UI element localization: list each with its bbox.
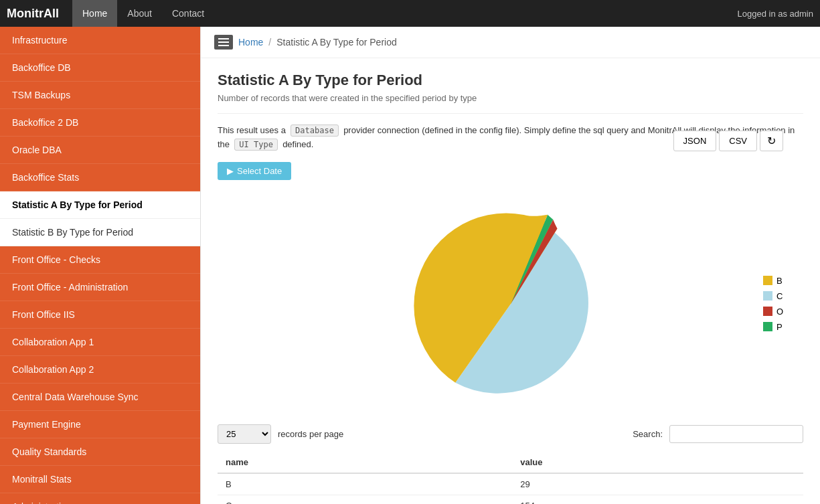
sidebar-item-administration[interactable]: Administration xyxy=(0,493,200,504)
legend-color-p xyxy=(763,322,772,331)
json-button[interactable]: JSON xyxy=(673,131,717,151)
chart-area: B C O P xyxy=(218,200,803,408)
provider-tag: Database xyxy=(291,124,339,137)
breadcrumb-separator: / xyxy=(268,37,271,48)
records-label: records per page xyxy=(278,429,343,439)
top-nav: MonitrAll Home About Contact Logged in a… xyxy=(0,0,820,27)
content-area: JSON CSV ↻ Statistic A By Type for Perio… xyxy=(201,58,820,504)
sidebar: Infrastructure Backoffice DB TSM Backups… xyxy=(0,27,201,504)
brand-logo: MonitrAll xyxy=(7,7,59,21)
legend-label-o: O xyxy=(776,307,783,317)
nav-about[interactable]: About xyxy=(117,0,162,27)
nav-links: Home About Contact xyxy=(72,0,214,27)
sidebar-item-frontoffice-checks[interactable]: Front Office - Checks xyxy=(0,246,200,274)
nav-contact[interactable]: Contact xyxy=(162,0,214,27)
sidebar-item-statistic-b[interactable]: Statistic B By Type for Period xyxy=(0,219,200,246)
legend-item-p: P xyxy=(763,322,783,332)
sidebar-item-infrastructure[interactable]: Infrastructure xyxy=(0,27,200,54)
divider-1 xyxy=(218,113,803,114)
cell-value-c: 154 xyxy=(512,495,803,504)
nav-home[interactable]: Home xyxy=(72,0,117,27)
select-date-button[interactable]: ▶ Select Date xyxy=(218,162,291,180)
table-row: C 154 xyxy=(218,495,803,504)
pie-chart xyxy=(407,200,614,408)
sidebar-item-central-data[interactable]: Central Data Warehouse Sync xyxy=(0,384,200,411)
data-table: name value B 29 C 154 xyxy=(218,452,803,504)
search-label: Search: xyxy=(633,429,663,439)
sidebar-item-collab-app2[interactable]: Collaboration App 2 xyxy=(0,356,200,384)
cell-name-b: B xyxy=(218,473,512,495)
sidebar-item-frontoffice-iis[interactable]: Front Office IIS xyxy=(0,301,200,329)
info-text-before: This result uses a xyxy=(218,125,286,135)
legend-item-o: O xyxy=(763,307,783,317)
refresh-button[interactable]: ↻ xyxy=(760,131,783,151)
breadcrumb-bar: Home / Statistic A By Type for Period xyxy=(201,27,820,58)
main-layout: Infrastructure Backoffice DB TSM Backups… xyxy=(0,27,820,504)
records-per-page-select[interactable]: 10 25 50 100 xyxy=(218,424,271,444)
table-header-row: name value xyxy=(218,452,803,473)
sidebar-item-frontoffice-admin[interactable]: Front Office - Administration xyxy=(0,274,200,301)
sidebar-item-backoffice-stats[interactable]: Backoffice Stats xyxy=(0,164,200,191)
legend-item-c: C xyxy=(763,291,783,301)
sidebar-item-backoffice2-db[interactable]: Backoffice 2 DB xyxy=(0,109,200,137)
sidebar-item-quality-standards[interactable]: Quality Standards xyxy=(0,438,200,466)
content-wrapper: JSON CSV ↻ Statistic A By Type for Perio… xyxy=(218,72,803,504)
legend-label-p: P xyxy=(776,322,783,332)
col-header-value: value xyxy=(512,452,803,473)
sidebar-item-oracle-dba[interactable]: Oracle DBA xyxy=(0,137,200,164)
page-subtitle: Number of records that were created in t… xyxy=(218,93,803,103)
legend-label-c: C xyxy=(776,291,783,301)
info-text-after: defined. xyxy=(282,139,313,149)
cell-name-c: C xyxy=(218,495,512,504)
select-date-label: Select Date xyxy=(237,166,282,176)
breadcrumb-home[interactable]: Home xyxy=(238,37,263,48)
legend-color-b xyxy=(763,276,772,285)
legend-label-b: B xyxy=(776,276,783,286)
main-content: Home / Statistic A By Type for Period JS… xyxy=(201,27,820,504)
sidebar-item-payment-engine[interactable]: Payment Engine xyxy=(0,411,200,438)
col-header-name: name xyxy=(218,452,512,473)
page-title: Statistic A By Type for Period xyxy=(218,72,803,89)
chart-legend: B C O P xyxy=(763,276,783,332)
csv-button[interactable]: CSV xyxy=(719,131,757,151)
cell-value-b: 29 xyxy=(512,473,803,495)
table-row: B 29 xyxy=(218,473,803,495)
sidebar-item-statistic-a[interactable]: Statistic A By Type for Period xyxy=(0,191,200,219)
table-controls: 10 25 50 100 records per page Search: xyxy=(218,424,803,444)
ui-type-tag: UI Type xyxy=(234,139,278,151)
legend-item-b: B xyxy=(763,276,783,286)
sidebar-item-monitrall-stats[interactable]: Monitrall Stats xyxy=(0,466,200,493)
sidebar-item-backoffice-db[interactable]: Backoffice DB xyxy=(0,54,200,82)
pie-svg xyxy=(407,200,614,408)
sidebar-item-collab-app1[interactable]: Collaboration App 1 xyxy=(0,329,200,356)
menu-icon[interactable] xyxy=(214,35,233,50)
play-icon: ▶ xyxy=(227,166,234,176)
table-body: B 29 C 154 O 2 P 1 xyxy=(218,473,803,504)
legend-color-c xyxy=(763,291,772,301)
action-buttons: JSON CSV ↻ xyxy=(673,131,783,151)
logged-in-label: Logged in as admin xyxy=(738,9,813,19)
search-input[interactable] xyxy=(669,425,803,443)
legend-color-o xyxy=(763,307,772,316)
sidebar-item-tsm-backups[interactable]: TSM Backups xyxy=(0,82,200,109)
breadcrumb-current: Statistic A By Type for Period xyxy=(276,37,397,48)
